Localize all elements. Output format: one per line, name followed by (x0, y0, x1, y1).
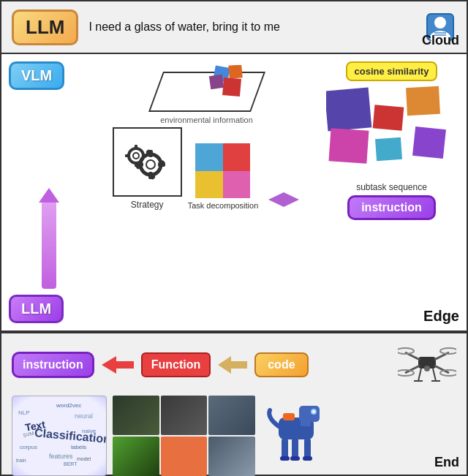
svg-marker-33 (102, 356, 116, 374)
arrow-left-red-svg (102, 355, 134, 375)
svg-text:NLP: NLP (18, 409, 30, 416)
svg-rect-23 (142, 154, 147, 157)
subtask-area (326, 86, 458, 181)
svg-line-48 (433, 369, 436, 381)
edge-middle-col: environmental information (95, 61, 318, 323)
double-arrow-svg (267, 189, 301, 210)
svg-text:neural: neural (75, 412, 93, 420)
img-cell-5 (161, 437, 208, 476)
function-box: Function (141, 352, 211, 377)
svg-text:BERT: BERT (64, 461, 78, 466)
end-bottom-row: Text Classification NLP neural corpus la… (12, 396, 456, 476)
task-cell-1 (195, 143, 223, 171)
strategy-label: Strategy (131, 200, 164, 210)
svg-marker-35 (218, 356, 231, 374)
svg-rect-28 (372, 105, 404, 130)
drone-icon (398, 341, 456, 388)
task-wrapper: Task decomposition (188, 143, 259, 210)
svg-rect-74 (280, 456, 290, 461)
task-cell-2 (223, 143, 251, 171)
cloud-message: I need a glass of water, bring it to me (88, 20, 414, 34)
svg-text:corpus: corpus (20, 444, 37, 450)
svg-text:model: model (77, 456, 91, 461)
img-cell-6 (208, 437, 255, 476)
img-cell-4 (113, 437, 159, 476)
subtask-label: subtask sequence (356, 182, 427, 192)
image-grid (113, 396, 255, 476)
svg-rect-31 (374, 137, 401, 161)
svg-point-20 (133, 153, 139, 159)
img-cell-3 (208, 396, 255, 435)
gear-svg (118, 137, 176, 188)
svg-line-47 (418, 369, 421, 381)
arrow-left-yellow-svg (218, 355, 247, 375)
edge-label: Edge (423, 308, 459, 325)
robot-dog-area (264, 396, 328, 476)
instruction-box-end: instruction (12, 352, 94, 378)
svg-rect-70 (292, 438, 298, 458)
svg-rect-68 (301, 420, 311, 426)
svg-rect-73 (290, 456, 300, 461)
svg-rect-72 (303, 456, 312, 461)
svg-point-10 (146, 160, 155, 169)
llm-box-cloud: LLM (12, 10, 78, 45)
double-arrow-container (267, 189, 301, 210)
svg-rect-29 (406, 86, 440, 116)
svg-rect-69 (304, 438, 311, 458)
strategy-box (113, 127, 182, 197)
svg-rect-30 (328, 128, 369, 164)
task-cell-4 (223, 171, 251, 199)
task-decomp-box (195, 143, 250, 198)
svg-rect-6 (228, 65, 243, 79)
text-classif-box: Text Classification NLP neural corpus la… (12, 396, 107, 476)
svg-rect-8 (208, 75, 223, 89)
env-label: environmental information (160, 116, 253, 124)
svg-point-1 (434, 17, 446, 29)
task-decomp-label: Task decomposition (188, 201, 259, 210)
svg-text:features: features (49, 453, 73, 460)
svg-text:train: train (16, 458, 26, 463)
img-cell-1 (113, 396, 159, 435)
svg-text:SVM: SVM (23, 431, 35, 439)
code-box: code (254, 352, 308, 377)
cosine-box: cosine similarity (346, 61, 438, 81)
vlm-box: VLM (9, 61, 64, 90)
word-cloud-svg: Text Classification NLP neural corpus la… (12, 396, 106, 475)
svg-rect-34 (116, 361, 134, 369)
instruction-box-edge: instruction (347, 195, 436, 220)
cloud-label: Cloud (422, 33, 459, 48)
end-section: instruction Function code (1, 332, 467, 475)
svg-rect-24 (125, 154, 130, 157)
svg-text:word2vec: word2vec (56, 402, 81, 409)
svg-point-67 (312, 410, 315, 413)
edge-left-col: VLM LLM (9, 61, 89, 323)
robot-dog-svg (264, 396, 328, 476)
svg-rect-71 (282, 438, 288, 458)
svg-rect-75 (283, 413, 295, 420)
svg-text:labels: labels (71, 444, 86, 450)
cubes-svg (192, 65, 251, 105)
edge-content: VLM LLM (9, 61, 459, 323)
svg-rect-7 (222, 78, 241, 97)
img-cell-2 (161, 396, 208, 435)
svg-rect-21 (135, 145, 137, 150)
up-arrow-head (39, 188, 59, 203)
svg-marker-25 (284, 192, 299, 207)
strategy-task-row: Strategy Task decomposition (113, 127, 301, 210)
svg-marker-26 (268, 192, 284, 207)
svg-rect-32 (412, 126, 446, 159)
svg-rect-36 (231, 361, 247, 369)
end-top-row: instruction Function code (12, 341, 456, 388)
svg-text:naive: naive (82, 428, 97, 434)
edge-section: VLM LLM (1, 54, 467, 332)
subtask-shapes-svg (326, 86, 458, 181)
edge-right-col: cosine similarity (324, 61, 459, 323)
svg-rect-27 (326, 87, 371, 131)
svg-rect-65 (299, 406, 320, 422)
svg-point-46 (424, 366, 430, 371)
cloud-section: LLM I need a glass of water, bring it to… (1, 1, 467, 54)
main-container: LLM I need a glass of water, bring it to… (0, 0, 468, 476)
llm-box-edge: LLM (9, 295, 64, 323)
end-label: End (434, 455, 459, 470)
svg-rect-22 (135, 162, 137, 167)
